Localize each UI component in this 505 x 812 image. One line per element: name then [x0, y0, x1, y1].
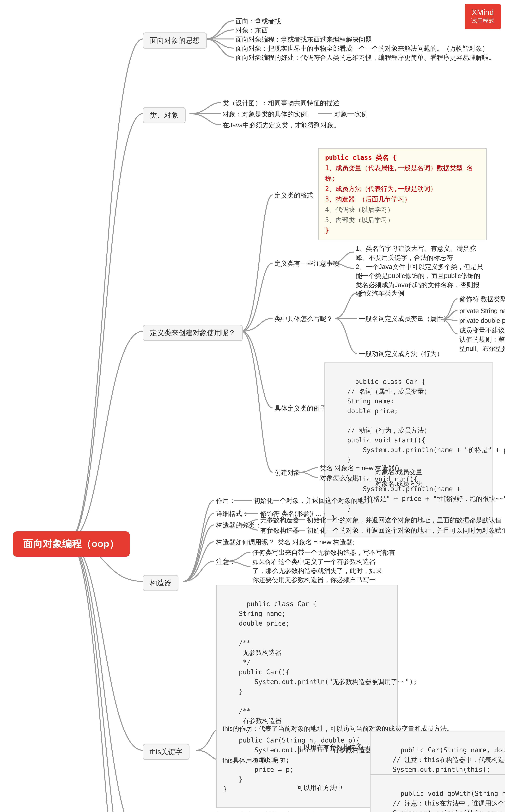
b1-c1: 面向：拿或者找 — [235, 17, 281, 26]
c1-l3: 2、成员方法（代表行为,一般是动词） — [325, 184, 480, 194]
b1-c4: 面向对象：把现实世界中的事物全部看成一个一个的对象来解决问题的。（万物皆对象） — [235, 44, 489, 53]
b2-c1: 类（设计图）：相同事物共同特征的描述 — [222, 99, 339, 108]
b5-code2-text: public void goWith(String name){ // 注意：t… — [377, 790, 505, 812]
c1-l1: public class 类名 { — [325, 153, 480, 163]
b3-title[interactable]: 定义类来创建对象使用呢？ — [143, 325, 243, 341]
b3-n5: 创建对象 — [275, 468, 301, 477]
b3-n3c: 一般动词定义成方法（行为） — [359, 349, 443, 359]
b1-c5: 面向对象编程的好处：代码符合人类的思维习惯，编程程序更简单、看程序更容易理解啦。 — [235, 53, 495, 63]
b3-n5b1: 对象名.成员变量 — [375, 468, 422, 477]
b2-title[interactable]: 类、对象 — [143, 107, 186, 123]
c1-l6: 5、内部类（以后学习） — [325, 215, 480, 225]
b6-c1: 面向对象的三大特征：封装、继承、多态。 — [200, 811, 323, 812]
b4-c3a: 无参数构造器 — [260, 516, 299, 525]
c1-l7: } — [325, 225, 480, 236]
b3-n1: 定义类的格式 — [275, 191, 313, 200]
b3-n4: 具体定义类的例子 — [275, 404, 326, 413]
c1-l5: 4、代码块（以后学习） — [325, 205, 480, 215]
b5-c2: this具体用在哪儿呢？ — [222, 756, 285, 765]
b4-c1v: 初始化一个对象，并返回这个对象的地址。 — [254, 496, 377, 505]
b3-n5b: 对象怎么使用 — [320, 474, 359, 483]
b4-c5a: 任何类写出来自带一个无参数构造器，写不写都有 — [252, 548, 395, 557]
b4-c3b: 有参数构造器 — [260, 526, 299, 535]
b1-c3: 面向对象编程：拿或者找东西过来编程解决问题 — [235, 35, 372, 44]
b4-c5: 注意： — [216, 557, 235, 566]
b2-c3: 在Java中必须先定义类，才能得到对象。 — [222, 121, 340, 130]
b2-c2b: 对象==实例 — [334, 110, 368, 119]
b3-n3: 类中具体怎么写呢？ — [275, 315, 333, 324]
b5-code2: public void goWith(String name){ // 注意：t… — [370, 774, 505, 812]
xmind-badge: XMind 试用模式 — [465, 4, 501, 29]
b4-c1: 作用： — [216, 496, 235, 505]
b3-n3b3: private double price; — [460, 316, 505, 326]
b3-n3a: 定义汽车类为例 — [359, 289, 404, 298]
c1-l4: 3、构造器 （后面几节学习） — [325, 194, 480, 205]
b5-title[interactable]: this关键字 — [143, 744, 190, 760]
b3-n2a: 1、类名首字母建议大写、有意义、满足驼峰、不要用关键字，合法的标志符 — [356, 244, 479, 262]
root-node[interactable]: 面向对象编程（oop） — [13, 532, 130, 557]
b5-c2a: 可以用在有参数构造器中的 — [297, 743, 375, 752]
b1-title[interactable]: 面向对象的思想 — [143, 32, 207, 49]
b4-c3av: 初始化一个的对象，并返回这个对象的地址，里面的数据都是默认值 — [307, 516, 502, 525]
b4-c3: 构造器的分类： — [216, 521, 262, 530]
b4-c4: 构造器如何调用呢？ — [216, 538, 275, 547]
b3-code2: public class Car { // 名词（属性，成员变量） String… — [324, 362, 493, 537]
b2-c2: 对象：对象是类的具体的实例。 — [222, 110, 313, 119]
c1-l2: 1、成员变量（代表属性,一般是名词）数据类型 名称; — [325, 163, 480, 184]
b4-c2: 详细格式： — [216, 509, 248, 518]
b4-title[interactable]: 构造器 — [143, 575, 178, 591]
brand: XMind — [471, 8, 494, 17]
b3-n5b2: 对象名.成员方法 — [375, 479, 422, 488]
b1-c2: 对象：东西 — [235, 26, 268, 35]
b3-n3b: 一般名词定义成员变量（属性）： — [359, 315, 456, 324]
b3-n2: 定义类有一些注意事项 — [275, 259, 339, 268]
b3-n3b1: 修饰符 数据类型 变量名称 = 初始值； — [460, 295, 505, 304]
b3-n3b2: private String name; — [460, 307, 505, 316]
b3-code1: public class 类名 { 1、成员变量（代表属性,一般是名词）数据类型… — [318, 148, 487, 240]
b5-c2b: 可以用在方法中 — [297, 783, 343, 793]
b4-c3bv: 初始化一个的对象，并返回这个对象的地址，并且可以同时为对象赋值。 — [307, 526, 505, 535]
b3-n3b4: 成员变量不建议给初始化值，存在默认值，默认值的规则：整型是0、浮点型是0.0 引… — [460, 326, 505, 353]
b4-c4v: 类名 对象名 = new 构造器; — [278, 538, 354, 547]
mode: 试用模式 — [471, 17, 494, 25]
